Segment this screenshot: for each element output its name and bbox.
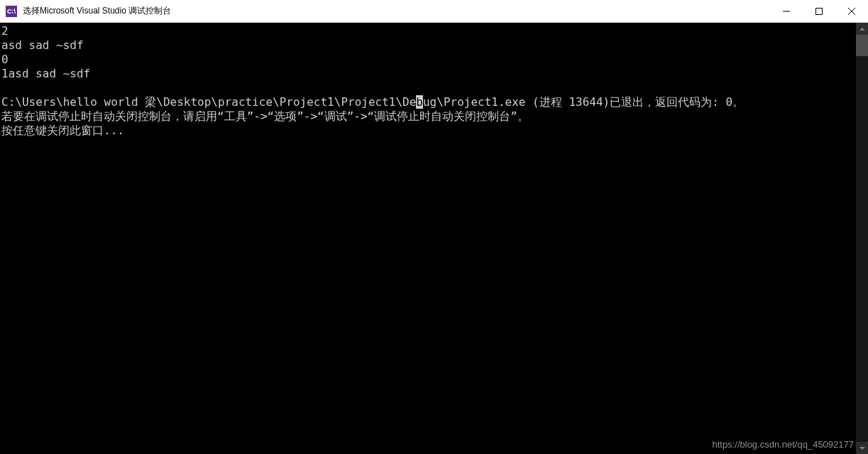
chevron-down-icon — [859, 447, 865, 450]
text-cursor: b — [416, 95, 423, 109]
scroll-down-button[interactable] — [856, 442, 868, 454]
close-icon — [848, 8, 855, 15]
app-icon: C:\ — [6, 6, 17, 17]
console-output[interactable]: 2asd sad ~sdf01asd sad ~sdf C:\Users\hel… — [0, 23, 856, 454]
maximize-button[interactable] — [803, 0, 835, 22]
console-line: asd sad ~sdf — [1, 38, 856, 53]
console-line: C:\Users\hello world 梁\Desktop\practice\… — [1, 95, 856, 109]
minimize-button[interactable] — [770, 0, 803, 22]
console-line — [1, 81, 856, 95]
vertical-scrollbar[interactable] — [856, 23, 868, 454]
console-line: 0 — [1, 53, 856, 67]
titlebar: C:\ 选择Microsoft Visual Studio 调试控制台 — [0, 0, 868, 23]
console-area: 2asd sad ~sdf01asd sad ~sdf C:\Users\hel… — [0, 23, 868, 454]
console-line: 2 — [1, 24, 856, 38]
console-line: 若要在调试停止时自动关闭控制台，请启用“工具”->“选项”->“调试”->“调试… — [1, 109, 856, 124]
window-controls — [770, 0, 868, 22]
minimize-icon — [783, 8, 790, 15]
close-button[interactable] — [835, 0, 868, 22]
scroll-up-button[interactable] — [856, 23, 868, 35]
console-line: 1asd sad ~sdf — [1, 67, 856, 81]
maximize-icon — [815, 8, 823, 15]
titlebar-left: C:\ 选择Microsoft Visual Studio 调试控制台 — [6, 5, 171, 17]
window-title: 选择Microsoft Visual Studio 调试控制台 — [23, 5, 171, 17]
chevron-up-icon — [859, 28, 865, 31]
scroll-thumb[interactable] — [856, 35, 868, 56]
console-line: 按任意键关闭此窗口... — [1, 124, 856, 138]
svg-rect-1 — [816, 8, 823, 14]
